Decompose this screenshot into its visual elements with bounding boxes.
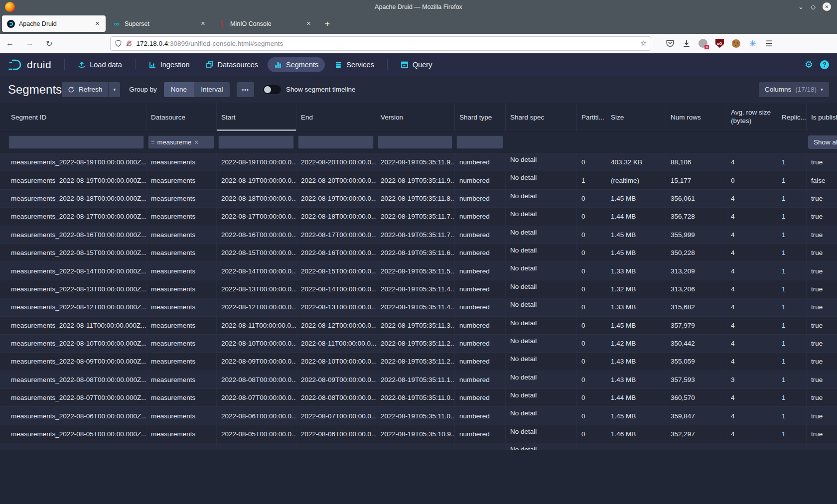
filter-input-0[interactable] (8, 135, 144, 149)
table-row[interactable]: measurements_2022-08-18T00:00:00.000Z...… (0, 190, 837, 208)
table-row[interactable]: measurements_2022-08-06T00:00:00.000Z...… (0, 407, 837, 425)
table-row[interactable]: measurements_2022-08-12T00:00:00.000Z...… (0, 298, 837, 316)
cell-0: measurements_2022-08-05T00:00:00.000Z... (6, 425, 146, 443)
column-header-3[interactable]: End (296, 103, 376, 131)
segment-timeline-toggle[interactable] (263, 85, 281, 94)
tab-apache-druid[interactable]: Apache Druid ✕ (2, 15, 106, 32)
filter-input-3[interactable] (298, 135, 374, 149)
table-row[interactable]: No detail (0, 443, 837, 450)
table-row[interactable]: measurements_2022-08-19T00:00:00.000Z...… (0, 171, 837, 189)
tab-close-icon[interactable]: ✕ (93, 19, 102, 28)
filter-input-4[interactable] (378, 135, 452, 149)
reload-button[interactable]: ↻ (40, 39, 58, 48)
cell-12: true (806, 407, 837, 424)
table-row[interactable]: measurements_2022-08-07T00:00:00.000Z...… (0, 389, 837, 407)
ublock-icon[interactable]: uO (713, 37, 725, 49)
table-row[interactable]: measurements_2022-08-10T00:00:00.000Z...… (0, 335, 837, 353)
downloads-icon[interactable] (681, 37, 693, 49)
nav-item-ingestion[interactable]: Ingestion (142, 57, 196, 72)
cell-4: 2022-08-19T05:35:11.1... (376, 371, 454, 388)
column-header-9[interactable]: Num rows (666, 103, 726, 131)
tab-minio-console[interactable]: MinIO Console ✕ (213, 15, 317, 32)
nav-item-segments[interactable]: Segments (268, 57, 325, 72)
group-by-none-button[interactable]: None (164, 82, 194, 97)
group-by-interval-button[interactable]: Interval (194, 82, 230, 97)
filter-input-2[interactable] (218, 135, 294, 149)
tab-superset[interactable]: ∞ Superset ✕ (108, 15, 211, 32)
cell-8: 1.32 MB (606, 280, 666, 298)
cell-5: numbered (454, 244, 505, 261)
tab-close-icon[interactable]: ✕ (199, 19, 207, 28)
table-row[interactable]: measurements_2022-08-14T00:00:00.000Z...… (0, 262, 837, 280)
chevron-down-icon: ▾ (821, 87, 823, 92)
column-header-0[interactable]: Segment ID (6, 103, 146, 131)
superset-favicon-icon: ∞ (113, 20, 121, 28)
cell-9: 355,059 (666, 353, 726, 370)
insecure-lock-icon[interactable] (126, 39, 133, 47)
table-row[interactable]: measurements_2022-08-05T00:00:00.000Z...… (0, 425, 837, 443)
refresh-button[interactable]: Refresh (62, 82, 108, 97)
table-row[interactable]: measurements_2022-08-16T00:00:00.000Z...… (0, 226, 837, 244)
close-icon[interactable]: ✕ (823, 2, 831, 11)
column-header-1[interactable]: Datasource (146, 103, 216, 131)
table-row[interactable]: measurements_2022-08-09T00:00:00.000Z...… (0, 353, 837, 371)
refresh-dropdown-button[interactable]: ▾ (108, 82, 120, 97)
back-button[interactable]: ← (0, 39, 20, 48)
settings-gear-icon[interactable]: ⚙ (805, 59, 813, 70)
forward-button[interactable]: → (20, 39, 40, 48)
table-filter-row: =measureme✕Show all (0, 131, 837, 153)
more-options-button[interactable]: ••• (237, 82, 254, 97)
pocket-icon[interactable] (664, 37, 676, 49)
bookmark-star-icon[interactable]: ☆ (640, 39, 647, 48)
cell-0: measurements_2022-08-12T00:00:00.000Z... (6, 298, 146, 316)
filter-input-1[interactable]: =measureme✕ (148, 135, 214, 149)
table-row[interactable]: measurements_2022-08-13T00:00:00.000Z...… (0, 280, 837, 298)
cell-11: 1 (777, 407, 806, 424)
column-header-5[interactable]: Shard type (454, 103, 505, 131)
remove-filter-icon[interactable]: ✕ (194, 139, 199, 146)
cookie-extension-icon[interactable] (730, 37, 742, 49)
table-row[interactable]: measurements_2022-08-08T00:00:00.000Z...… (0, 371, 837, 389)
table-row[interactable]: measurements_2022-08-17T00:00:00.000Z...… (0, 208, 837, 226)
column-header-12[interactable]: Is published (806, 103, 837, 131)
columns-button[interactable]: Columns (17/18) ▾ (759, 82, 829, 97)
cell-6: No detail (505, 335, 576, 352)
menu-hamburger-icon[interactable]: ☰ (763, 37, 775, 49)
new-tab-button[interactable]: + (319, 19, 336, 29)
help-icon[interactable]: ? (820, 60, 829, 69)
url-bar[interactable]: 172.18.0.4:30899/unified-console.html#se… (110, 36, 651, 51)
extension-asterisk-icon[interactable]: ✳ (746, 37, 758, 49)
filter-input-5[interactable] (456, 135, 503, 149)
cell-9 (666, 443, 726, 450)
show-all-button[interactable]: Show all (808, 135, 837, 149)
table-row[interactable]: measurements_2022-08-11T00:00:00.000Z...… (0, 317, 837, 335)
cell-3: 2022-08-13T00:00:00.0... (296, 298, 376, 316)
column-header-2[interactable]: Start (216, 103, 296, 131)
table-row[interactable]: measurements_2022-08-15T00:00:00.000Z...… (0, 244, 837, 262)
nav-item-services[interactable]: Services (328, 57, 381, 72)
nav-item-datasources[interactable]: Datasources (199, 57, 265, 72)
nav-item-load-data[interactable]: Load data (71, 57, 129, 72)
tracking-shield-icon[interactable] (115, 39, 122, 47)
tab-close-icon[interactable]: ✕ (304, 19, 313, 28)
nav-item-query[interactable]: Query (394, 57, 439, 72)
cell-8 (606, 443, 666, 450)
column-header-4[interactable]: Version (376, 103, 454, 131)
cell-9: 313,206 (666, 280, 726, 298)
cell-4: 2022-08-19T05:35:11.7... (376, 208, 454, 225)
druid-logo[interactable]: druid (0, 58, 59, 71)
cell-9: 360,570 (666, 389, 726, 406)
cell-3: 2022-08-12T00:00:00.0... (296, 317, 376, 334)
column-header-8[interactable]: Size (606, 103, 666, 131)
maximize-icon[interactable]: ◇ (811, 3, 816, 10)
column-header-7[interactable]: Partiti... (576, 103, 606, 131)
minimize-icon[interactable]: ⌄ (798, 3, 804, 10)
cell-8: 403.32 KB (606, 153, 666, 171)
column-header-11[interactable]: Replic... (777, 103, 806, 131)
extension-icon[interactable] (697, 37, 709, 49)
table-row[interactable]: measurements_2022-08-19T00:00:00.000Z...… (0, 153, 837, 171)
column-header-10[interactable]: Avg. row size (bytes) (726, 103, 777, 131)
column-header-6[interactable]: Shard spec (505, 103, 576, 131)
cell-7: 0 (576, 389, 606, 406)
cell-7: 0 (576, 335, 606, 352)
